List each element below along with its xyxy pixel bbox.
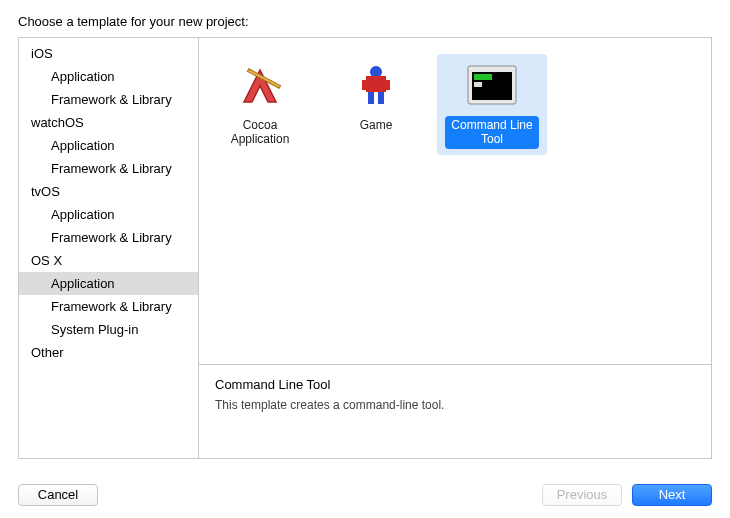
terminal-icon: [460, 60, 524, 112]
template-chooser: iOS Application Framework & Library watc…: [18, 37, 712, 459]
description-title: Command Line Tool: [215, 377, 695, 392]
sidebar-group-tvos[interactable]: tvOS: [19, 180, 198, 203]
sidebar-item-tvos-application[interactable]: Application: [19, 203, 198, 226]
template-command-line-tool[interactable]: Command LineTool: [437, 54, 547, 155]
cancel-button[interactable]: Cancel: [18, 484, 98, 506]
sidebar: iOS Application Framework & Library watc…: [19, 38, 199, 458]
template-label: CocoaApplication: [225, 116, 296, 149]
template-cocoa-application[interactable]: CocoaApplication: [205, 54, 315, 155]
svg-rect-11: [474, 82, 482, 87]
sidebar-item-ios-framework[interactable]: Framework & Library: [19, 88, 198, 111]
svg-rect-3: [366, 76, 386, 92]
next-button[interactable]: Next: [632, 484, 712, 506]
sidebar-item-ios-application[interactable]: Application: [19, 65, 198, 88]
svg-rect-4: [362, 80, 368, 90]
sidebar-group-watchos[interactable]: watchOS: [19, 111, 198, 134]
footer: Cancel Previous Next: [18, 484, 712, 506]
template-label: Game: [354, 116, 399, 134]
sidebar-item-tvos-framework[interactable]: Framework & Library: [19, 226, 198, 249]
dialog-title: Choose a template for your new project:: [0, 0, 730, 37]
sidebar-group-other[interactable]: Other: [19, 341, 198, 364]
sidebar-group-osx[interactable]: OS X: [19, 249, 198, 272]
sidebar-group-ios[interactable]: iOS: [19, 42, 198, 65]
previous-button: Previous: [542, 484, 622, 506]
sidebar-item-watchos-framework[interactable]: Framework & Library: [19, 157, 198, 180]
description-panel: Command Line Tool This template creates …: [199, 364, 711, 458]
svg-rect-10: [474, 74, 492, 80]
template-grid: CocoaApplication Game: [199, 38, 711, 364]
sprite-icon: [344, 60, 408, 112]
pencil-a-icon: [228, 60, 292, 112]
svg-rect-5: [384, 80, 390, 90]
description-text: This template creates a command-line too…: [215, 398, 695, 412]
template-content: CocoaApplication Game: [199, 38, 711, 458]
sidebar-item-osx-application[interactable]: Application: [19, 272, 198, 295]
template-game[interactable]: Game: [321, 54, 431, 140]
sidebar-item-osx-system-plugin[interactable]: System Plug-in: [19, 318, 198, 341]
sidebar-item-watchos-application[interactable]: Application: [19, 134, 198, 157]
template-label: Command LineTool: [445, 116, 538, 149]
sidebar-item-osx-framework[interactable]: Framework & Library: [19, 295, 198, 318]
svg-rect-6: [368, 92, 374, 104]
svg-rect-7: [378, 92, 384, 104]
